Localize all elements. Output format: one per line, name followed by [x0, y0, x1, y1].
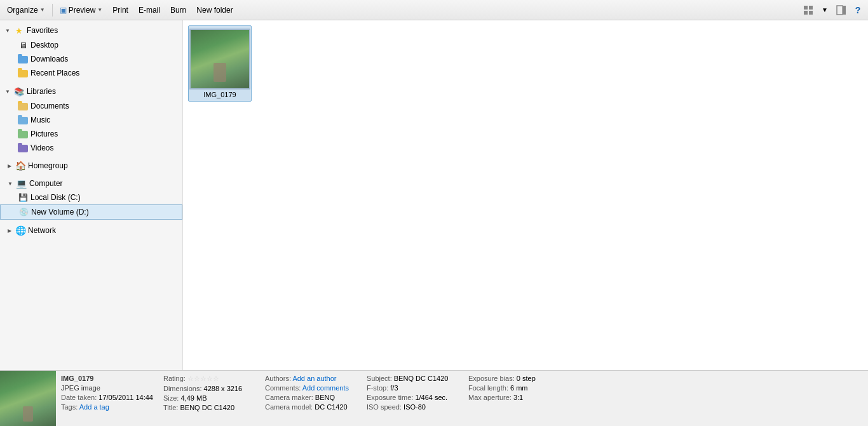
file-thumbnail: [189, 29, 250, 90]
computer-icon: 💻: [17, 178, 27, 189]
status-dimensions: Dimensions: 4288 x 3216: [163, 385, 255, 392]
videos-icon: [18, 143, 28, 153]
status-date-taken: Date taken: 17/05/2011 14:44: [61, 394, 153, 401]
sidebar-item-music[interactable]: Music: [0, 113, 182, 127]
desktop-label: Desktop: [31, 41, 58, 50]
sidebar-item-documents[interactable]: Documents: [0, 99, 182, 113]
sidebar-item-new-volume[interactable]: 💿 New Volume (D:): [0, 204, 182, 220]
local-disk-icon: 💾: [18, 192, 28, 203]
sidebar-item-homegroup[interactable]: ▶ 🏠 Homegroup: [0, 159, 182, 173]
sidebar-item-network[interactable]: ▶ 🌐 Network: [0, 223, 182, 237]
sidebar-item-local-disk[interactable]: 💾 Local Disk (C:): [0, 190, 182, 204]
new-folder-button[interactable]: New folder: [192, 2, 237, 18]
organize-label: Organize: [7, 6, 38, 15]
help-icon: ?: [855, 5, 861, 15]
svg-rect-2: [804, 11, 808, 15]
favorites-star-icon: ★: [14, 25, 24, 36]
status-col-3: Authors: Add an author Comments: Add com…: [265, 375, 367, 422]
star-rating[interactable]: ☆☆☆☆☆: [187, 375, 219, 382]
status-thumb-image: [0, 371, 56, 426]
svg-rect-0: [804, 6, 808, 10]
view-dropdown-btn[interactable]: ▼: [817, 3, 832, 18]
email-button[interactable]: E-mail: [134, 2, 165, 18]
status-info: IMG_0179 JPEG image Date taken: 17/05/20…: [56, 371, 868, 426]
homegroup-label: Homegroup: [28, 161, 68, 170]
view-dropdown-arrow: ▼: [822, 6, 828, 13]
preview-arrow: ▼: [97, 7, 102, 13]
status-thumbnail: [0, 371, 56, 426]
status-iso: ISO speed: ISO-80: [367, 403, 458, 411]
status-size: Size: 4,49 MB: [163, 394, 255, 402]
help-btn[interactable]: ?: [850, 3, 865, 18]
libraries-expand-icon: ▼: [5, 89, 10, 95]
toolbar: Organize ▼ ▣ Preview ▼ Print E-mail Burn…: [0, 0, 868, 20]
status-bar: IMG_0179 JPEG image Date taken: 17/05/20…: [0, 370, 868, 426]
content-area[interactable]: IMG_0179: [183, 20, 868, 370]
network-expand-icon: ▶: [8, 228, 11, 234]
status-exposure-time: Exposure time: 1/464 sec.: [367, 394, 458, 401]
favorites-expand-icon: ▼: [5, 28, 10, 34]
email-label: E-mail: [139, 6, 160, 15]
preview-pane-btn[interactable]: [834, 3, 849, 18]
burn-label: Burn: [170, 6, 186, 15]
sidebar-item-computer[interactable]: ▼ 💻 Computer: [0, 176, 182, 190]
new-volume-icon: 💿: [18, 207, 29, 217]
preview-pane-icon: [836, 5, 846, 15]
recent-places-label: Recent Places: [31, 69, 79, 77]
homegroup-expand-icon: ▶: [8, 163, 11, 169]
organize-button[interactable]: Organize ▼: [3, 2, 50, 18]
status-col-5: Exposure bias: 0 step Focal length: 6 mm…: [468, 375, 570, 422]
view-icon: [803, 5, 813, 15]
status-exposure-bias: Exposure bias: 0 step: [468, 375, 560, 382]
file-item-img0179[interactable]: IMG_0179: [188, 25, 252, 102]
status-fstop: F-stop: f/3: [367, 384, 458, 392]
status-tags[interactable]: Tags: Add a tag: [61, 403, 153, 411]
svg-rect-3: [809, 11, 813, 15]
computer-expand-icon: ▼: [8, 181, 13, 187]
thumbnail-image: [191, 30, 249, 88]
sidebar-item-videos[interactable]: Videos: [0, 141, 182, 155]
homegroup-icon: 🏠: [15, 161, 25, 171]
sidebar-item-desktop[interactable]: 🖥 Desktop: [0, 38, 182, 52]
music-label: Music: [31, 116, 50, 124]
music-icon: [18, 115, 28, 125]
status-subject: Subject: BENQ DC C1420: [367, 375, 458, 382]
sidebar-item-pictures[interactable]: Pictures: [0, 127, 182, 141]
view-icon-btn[interactable]: [801, 3, 816, 18]
preview-label: Preview: [69, 6, 96, 15]
status-max-aperture: Max aperture: 3:1: [468, 394, 560, 401]
svg-rect-4: [837, 6, 843, 15]
network-label: Network: [28, 226, 56, 235]
new-folder-label: New folder: [196, 6, 233, 15]
svg-rect-5: [843, 6, 846, 15]
status-authors[interactable]: Authors: Add an author: [265, 375, 356, 382]
preview-icon: ▣: [60, 6, 67, 15]
status-camera-maker: Camera maker: BENQ: [265, 394, 356, 401]
status-title: Title: BENQ DC C1420: [163, 404, 255, 411]
main-container: ▼ ★ Favorites 🖥 Desktop Downloads Recent…: [0, 20, 868, 370]
sidebar-item-downloads[interactable]: Downloads: [0, 52, 182, 66]
status-comments[interactable]: Comments: Add comments: [265, 384, 356, 392]
pictures-label: Pictures: [31, 130, 58, 138]
downloads-label: Downloads: [31, 55, 68, 63]
status-rating: Rating: ☆☆☆☆☆: [163, 375, 255, 383]
downloads-icon: [18, 54, 28, 64]
preview-button[interactable]: ▣ Preview ▼: [55, 2, 107, 18]
sidebar-libraries-header[interactable]: ▼ 📚 Libraries: [0, 84, 182, 99]
computer-label: Computer: [29, 179, 63, 188]
sidebar-favorites-header[interactable]: ▼ ★ Favorites: [0, 23, 182, 38]
status-filetype: JPEG image: [61, 384, 153, 392]
print-button[interactable]: Print: [108, 2, 133, 18]
sidebar-item-recent-places[interactable]: Recent Places: [0, 66, 182, 80]
recent-places-icon: [18, 68, 28, 78]
status-camera-model: Camera model: DC C1420: [265, 403, 356, 411]
toolbar-sep-1: [52, 4, 53, 17]
burn-button[interactable]: Burn: [166, 2, 191, 18]
videos-label: Videos: [31, 143, 53, 152]
status-focal-length: Focal length: 6 mm: [468, 384, 560, 392]
favorites-label: Favorites: [27, 26, 58, 35]
libraries-icon: 📚: [14, 86, 24, 97]
network-icon: 🌐: [15, 225, 25, 236]
status-filename: IMG_0179: [61, 375, 153, 382]
file-grid: IMG_0179: [188, 25, 863, 102]
